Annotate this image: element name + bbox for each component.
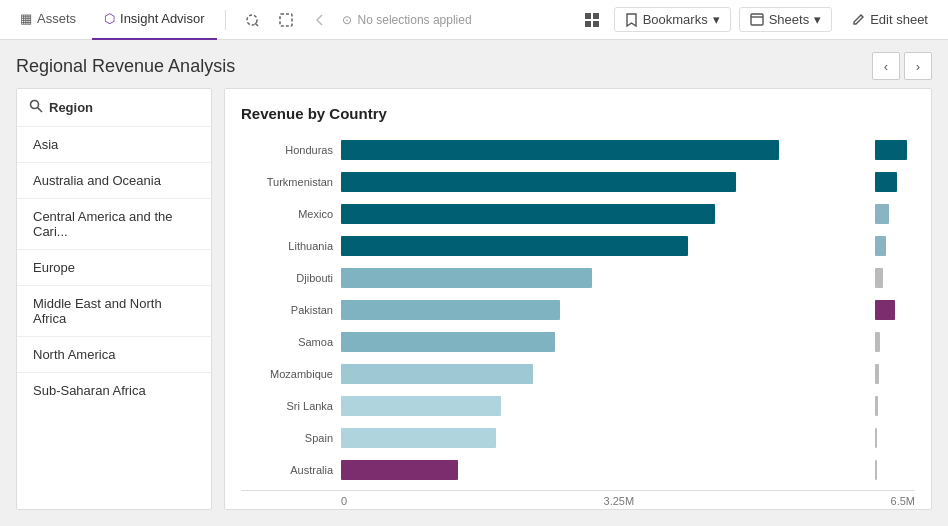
bar-row[interactable]: Djibouti (241, 262, 915, 294)
bar-fill (341, 268, 592, 288)
tab-assets-label: Assets (37, 11, 76, 26)
chart-axis: 0 3.25M 6.5M (241, 490, 915, 507)
bar-right-fill (875, 460, 877, 480)
svg-point-9 (31, 101, 39, 109)
sheets-label: Sheets (769, 12, 809, 27)
bar-right-section (875, 364, 915, 384)
bar-label: Mozambique (241, 368, 341, 380)
sidebar-item-north-america[interactable]: North America (17, 337, 211, 373)
sidebar-item-europe[interactable]: Europe (17, 250, 211, 286)
bar-fill (341, 140, 779, 160)
bar-label: Samoa (241, 336, 341, 348)
bar-row[interactable]: Honduras (241, 134, 915, 166)
prev-page-btn[interactable]: ‹ (872, 52, 900, 80)
bar-fill (341, 460, 458, 480)
svg-rect-4 (593, 13, 599, 19)
bar-row[interactable]: Samoa (241, 326, 915, 358)
lasso-select-btn[interactable] (238, 6, 266, 34)
svg-line-1 (255, 23, 258, 26)
bar-row[interactable]: Spain (241, 422, 915, 454)
no-selections-indicator: ⊙ No selections applied (342, 13, 472, 27)
sheets-btn[interactable]: Sheets ▾ (739, 7, 832, 32)
bar-right-section (875, 268, 915, 288)
bar-row[interactable]: Lithuania (241, 230, 915, 262)
back-btn[interactable] (306, 6, 334, 34)
bar-fill (341, 236, 688, 256)
tab-insight-label: Insight Advisor (120, 11, 205, 26)
bar-fill (341, 428, 496, 448)
bar-right-section (875, 300, 915, 320)
tab-insight-advisor[interactable]: ⬡ Insight Advisor (92, 0, 217, 40)
axis-label-65: 6.5M (891, 495, 915, 507)
sidebar-item-sub-saharan[interactable]: Sub-Saharan Africa (17, 373, 211, 408)
bar-row[interactable]: Sri Lanka (241, 390, 915, 422)
bar-right-fill (875, 236, 886, 256)
bar-label: Honduras (241, 144, 341, 156)
bar-right-fill (875, 172, 897, 192)
sidebar-item-asia[interactable]: Asia (17, 127, 211, 163)
bar-track (341, 396, 875, 416)
page-title: Regional Revenue Analysis (16, 56, 235, 77)
bar-row[interactable]: Mexico (241, 198, 915, 230)
bar-label: Spain (241, 432, 341, 444)
bar-track (341, 172, 875, 192)
bar-row[interactable]: Turkmenistan (241, 166, 915, 198)
bar-label: Turkmenistan (241, 176, 341, 188)
sidebar-item-australia[interactable]: Australia and Oceania (17, 163, 211, 199)
bar-right-section (875, 236, 915, 256)
no-sel-icon: ⊙ (342, 13, 352, 27)
bar-row[interactable]: Pakistan (241, 294, 915, 326)
search-icon (29, 99, 43, 116)
page-navigation: ‹ › (872, 52, 932, 80)
page: Regional Revenue Analysis ‹ › Region Asi… (0, 40, 948, 526)
bar-row[interactable]: Australia (241, 454, 915, 486)
bar-track (341, 332, 875, 352)
svg-rect-3 (585, 13, 591, 19)
bar-label: Pakistan (241, 304, 341, 316)
bar-fill (341, 364, 533, 384)
assets-icon: ▦ (20, 11, 32, 26)
bar-right-fill (875, 332, 880, 352)
svg-rect-5 (585, 21, 591, 27)
edit-sheet-btn[interactable]: Edit sheet (840, 8, 940, 31)
tab-assets[interactable]: ▦ Assets (8, 0, 88, 40)
axis-labels: 0 3.25M 6.5M (341, 495, 915, 507)
svg-rect-2 (280, 14, 292, 26)
grid-view-btn[interactable] (578, 6, 606, 34)
revenue-chart-card: Revenue by Country HondurasTurkmenistanM… (224, 88, 932, 510)
bar-fill (341, 204, 715, 224)
bar-right-fill (875, 364, 879, 384)
bar-track (341, 300, 875, 320)
bar-label: Sri Lanka (241, 400, 341, 412)
insight-icon: ⬡ (104, 11, 115, 26)
bar-label: Mexico (241, 208, 341, 220)
bar-right-section (875, 140, 915, 160)
axis-label-325: 3.25M (604, 495, 635, 507)
page-header: Regional Revenue Analysis ‹ › (0, 40, 948, 88)
bar-track (341, 364, 875, 384)
bar-label: Djibouti (241, 272, 341, 284)
next-page-btn[interactable]: › (904, 52, 932, 80)
bar-chart: HondurasTurkmenistanMexicoLithuaniaDjibo… (241, 134, 915, 486)
no-selections-label: No selections applied (358, 13, 472, 27)
sidebar-item-central-america[interactable]: Central America and the Cari... (17, 199, 211, 250)
chart-content: HondurasTurkmenistanMexicoLithuaniaDjibo… (241, 134, 915, 510)
chart-title: Revenue by Country (241, 105, 915, 122)
bar-right-section (875, 172, 915, 192)
bar-right-fill (875, 140, 907, 160)
bookmarks-btn[interactable]: Bookmarks ▾ (614, 7, 731, 32)
bar-fill (341, 396, 501, 416)
bar-row[interactable]: Mozambique (241, 358, 915, 390)
content-area: Region Asia Australia and Oceania Centra… (0, 88, 948, 526)
bar-track (341, 268, 875, 288)
bar-right-section (875, 204, 915, 224)
bar-track (341, 236, 875, 256)
svg-rect-6 (593, 21, 599, 27)
sheets-chevron: ▾ (814, 12, 821, 27)
bar-fill (341, 300, 560, 320)
sidebar-item-middle-east[interactable]: Middle East and North Africa (17, 286, 211, 337)
rect-select-btn[interactable] (272, 6, 300, 34)
bar-fill (341, 172, 736, 192)
axis-label-0: 0 (341, 495, 347, 507)
bar-right-fill (875, 396, 878, 416)
